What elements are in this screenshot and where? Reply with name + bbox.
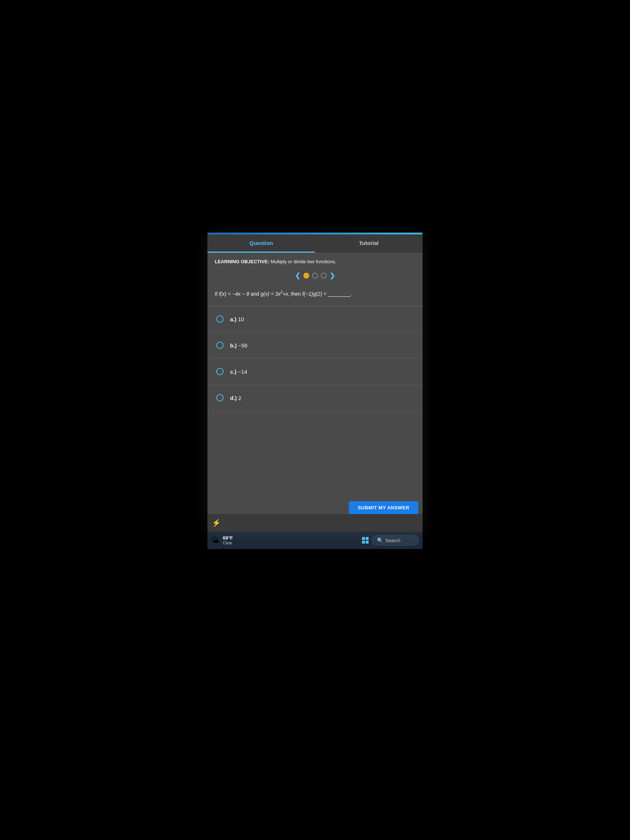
search-icon: 🔍 (377, 537, 383, 543)
search-bar[interactable]: 🔍 Search (371, 535, 419, 545)
weather-temperature: 69°F (223, 535, 233, 541)
taskbar-left: 🌤 69°F Clear (211, 535, 233, 546)
tab-tutorial[interactable]: Tutorial (315, 234, 423, 253)
submit-button[interactable]: SUBMIT MY ANSWER (349, 501, 418, 514)
dot-3 (321, 273, 327, 278)
answer-label-b: b.) −56 (230, 343, 248, 349)
question-part1: If (215, 291, 219, 297)
question-gx: g(x) = 3x2+x (261, 291, 288, 297)
question-text: If f(x) = −4x − 8 and g(x) = 3x2+x, then… (207, 286, 423, 306)
grid-cell-2 (366, 537, 369, 540)
radio-c[interactable] (216, 368, 224, 375)
radio-b[interactable] (216, 342, 224, 349)
question-and: and (249, 291, 261, 297)
learning-objective-text: Multiply or divide two functions. (269, 259, 336, 264)
answer-label-a: a.) 10 (230, 316, 244, 322)
weather-text: 69°F Clear (223, 535, 233, 546)
answer-label-c: c.) −14 (230, 369, 247, 375)
answer-option-c[interactable]: c.) −14 (207, 359, 423, 385)
answer-option-a[interactable]: a.) 10 (207, 306, 423, 333)
weather-condition: Clear (223, 541, 233, 545)
windows-start-icon[interactable] (362, 537, 369, 543)
learning-objective: LEARNING OBJECTIVE: Multiply or divide t… (207, 253, 423, 269)
answer-option-d[interactable]: d.) 2 (207, 385, 423, 411)
tab-row: Question Tutorial (207, 234, 423, 253)
tab-tutorial-label: Tutorial (359, 240, 379, 246)
taskbar-right: 🔍 Search (362, 535, 419, 545)
search-label: Search (385, 538, 400, 543)
dot-1 (303, 273, 309, 278)
prev-arrow[interactable]: ❮ (295, 272, 300, 279)
answer-options: a.) 10 b.) −56 (207, 306, 423, 514)
tab-question[interactable]: Question (207, 234, 315, 253)
lightning-icon: ⚡ (212, 518, 221, 527)
taskbar: 🌤 69°F Clear 🔍 Search (207, 532, 423, 549)
question-equals: = ________. (322, 291, 352, 297)
grid-cell-3 (362, 541, 365, 543)
answer-label-d: d.) 2 (230, 395, 242, 401)
weather-icon: 🌤 (211, 535, 219, 545)
progress-dots: ❮ ❯ (207, 269, 423, 286)
radio-a[interactable] (216, 315, 224, 323)
grid-cell-1 (362, 537, 365, 540)
dot-2 (312, 273, 318, 278)
bottom-bar: ⚡ SUBMIT MY ANSWER (207, 514, 423, 532)
question-eval: f(−1)g(2) (302, 291, 322, 297)
main-content: LEARNING OBJECTIVE: Multiply or divide t… (207, 253, 423, 532)
tab-question-label: Question (249, 240, 273, 246)
question-fx: f(x) = −4x − 8 (219, 291, 249, 297)
answer-option-b[interactable]: b.) −56 (207, 333, 423, 359)
radio-d[interactable] (216, 394, 224, 401)
question-then: , then (288, 291, 302, 297)
learning-objective-prefix: LEARNING OBJECTIVE: (215, 259, 269, 264)
next-arrow[interactable]: ❯ (330, 272, 335, 279)
grid-cell-4 (366, 541, 369, 543)
